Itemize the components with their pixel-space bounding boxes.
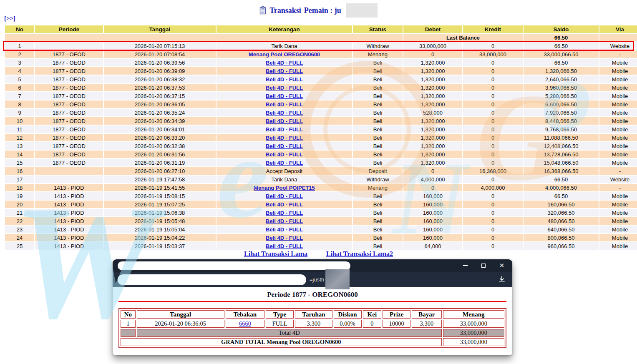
window-titlebar: ✕ (113, 259, 512, 272)
keterangan-link[interactable]: Beli 4D - FULL (266, 151, 303, 158)
bet-detail-window: ✕ =justh Periode 1877 - OREGON0600 NoTan… (113, 259, 512, 355)
status-cell: Beli (353, 59, 403, 66)
status-cell: Beli (353, 217, 403, 225)
close-button[interactable]: ✕ (499, 263, 505, 269)
keterangan-link[interactable]: Beli 4D - FULL (266, 218, 303, 224)
bet-row: 1 2026-01-20 06:36:05 6660 FULL 3,300 0.… (121, 320, 504, 328)
keterangan-link[interactable]: Beli 4D - FULL (266, 126, 303, 133)
total-row: Total 4D 33,000,000 (121, 329, 504, 337)
keterangan-link[interactable]: Menang Pool OREGON0600 (249, 51, 320, 58)
last-balance-row: Last Balance 66.50 (5, 34, 637, 41)
bet-header-row: NoTanggalTebakanTypeTaruhanDiskonKeiPriz… (121, 310, 504, 319)
url-fragment-text: =justh (310, 276, 324, 283)
status-cell: Menang (353, 50, 403, 58)
keterangan-link[interactable]: Beli 4D - FULL (266, 101, 303, 108)
table-row: 1 2026-01-20 07:15:13 Tarik Dana Withdra… (5, 42, 637, 50)
keterangan-link[interactable]: Beli 4D - FULL (266, 201, 303, 208)
column-header: Periode (35, 25, 103, 33)
bet-column-header: Taruhan (295, 310, 332, 319)
table-row: 21 1413 - PIOD 2026-01-19 15:06:38 Beli … (5, 209, 637, 216)
status-cell: Beli (353, 92, 403, 100)
minimize-button[interactable] (462, 263, 468, 269)
status-cell: Beli (353, 109, 403, 116)
bet-column-header: Diskon (334, 310, 362, 319)
keterangan-link[interactable]: Beli 4D - FULL (266, 143, 303, 149)
red-divider (118, 301, 506, 302)
footer-links: Lihat Transaksi Lama Lihat Transaksi Lam… (0, 250, 637, 258)
column-header: Kredit (463, 25, 523, 33)
keterangan-link[interactable]: Beli 4D - FULL (266, 68, 303, 74)
bet-column-header: Prize (383, 310, 410, 319)
status-cell: Beli (353, 134, 403, 141)
column-header: Status (353, 25, 403, 33)
table-row: 4 1877 - OEOD 2026-01-20 06:39:09 Beli 4… (5, 67, 637, 75)
grand-total-label: GRAND TOTAL Menang Pool OREGON0600 (121, 338, 442, 346)
total-label: Total 4D (137, 329, 442, 337)
column-header: Tanggal (104, 25, 216, 33)
table-row: 11 1877 - OEOD 2026-01-20 06:34:01 Beli … (5, 126, 637, 133)
bet-period-heading: Periode 1877 - OREGON0600 (113, 291, 512, 299)
keterangan-link[interactable]: Beli 4D - FULL (266, 76, 303, 83)
status-cell: Beli (353, 151, 403, 158)
keterangan-link[interactable]: Beli 4D - FULL (266, 118, 303, 124)
table-row: 7 1877 - OEOD 2026-01-20 06:37:15 Beli 4… (5, 92, 637, 100)
bet-column-header: Bayar (412, 310, 441, 319)
table-row: 12 1877 - OEOD 2026-01-20 06:33:20 Beli … (5, 134, 637, 141)
status-cell: Beli (353, 100, 403, 108)
grand-total-row: GRAND TOTAL Menang Pool OREGON0600 33,00… (121, 338, 504, 346)
status-cell: Beli (353, 242, 403, 250)
status-cell: Beli (353, 159, 403, 166)
table-row: 18 1413 - PIOD 2026-01-19 15:41:55 Menan… (5, 184, 637, 191)
keterangan-link[interactable]: Beli 4D - FULL (266, 226, 303, 233)
table-row: 24 1413 - PIOD 2026-01-19 15:04:22 Beli … (5, 234, 637, 241)
keterangan-link[interactable]: Beli 4D - FULL (266, 235, 303, 241)
censored-address-bar[interactable] (118, 274, 306, 285)
status-cell: Withdraw (353, 42, 403, 50)
table-row: 2 1877 - OEOD 2026-01-20 07:08:54 Menang… (5, 50, 637, 58)
table-row: 14 1877 - OEOD 2026-01-20 06:31:56 Beli … (5, 151, 637, 158)
keterangan-link[interactable]: Beli 4D - FULL (266, 243, 303, 249)
keterangan-link[interactable]: Beli 4D - FULL (266, 60, 303, 66)
column-header: Keterangan (217, 25, 352, 33)
keterangan-link[interactable]: Beli 4D - FULL (266, 193, 303, 199)
window-controls: ✕ (462, 259, 505, 272)
last-balance-label: Last Balance (403, 34, 523, 41)
keterangan-link[interactable]: Beli 4D - FULL (266, 135, 303, 141)
status-cell: Beli (353, 234, 403, 241)
status-cell: Beli (353, 75, 403, 83)
table-row: 25 1413 - PIOD 2026-01-19 15:03:37 Beli … (5, 242, 637, 250)
keterangan-link[interactable]: Menang Pool POIPET15 (254, 185, 315, 191)
tebakan-link[interactable]: 6660 (239, 320, 251, 327)
window-content: Periode 1877 - OREGON0600 NoTanggalTebak… (113, 287, 512, 355)
table-header-row: NoPeriodeTanggalKeteranganStatusDebetKre… (5, 25, 637, 33)
column-header: Saldo (524, 25, 599, 33)
table-row: 23 1413 - PIOD 2026-01-19 15:05:04 Beli … (5, 226, 637, 233)
censored-tab-title[interactable] (118, 261, 350, 270)
column-header: Via (599, 25, 637, 33)
status-cell: Withdraw (353, 176, 403, 183)
lihat-transaksi-lama2-link[interactable]: Lihat Transaksi Lama2 (326, 250, 393, 257)
status-cell: Beli (353, 126, 403, 133)
status-cell: Beli (353, 192, 403, 200)
grand-total-value: 33,000,000 (443, 338, 504, 346)
maximize-button[interactable] (481, 263, 486, 269)
keterangan-link[interactable]: Beli 4D - FULL (266, 210, 303, 216)
bet-table: NoTanggalTebakanTypeTaruhanDiskonKeiPriz… (118, 308, 506, 348)
bet-column-header: No (121, 310, 136, 319)
keterangan-link[interactable]: Beli 4D - FULL (266, 160, 303, 166)
status-cell: Beli (353, 226, 403, 233)
keterangan-link[interactable]: Beli 4D - FULL (266, 110, 303, 116)
lihat-transaksi-lama-link[interactable]: Lihat Transaksi Lama (244, 250, 307, 257)
status-cell: Beli (353, 67, 403, 75)
table-row: 15 1877 - OEOD 2026-01-20 06:31:19 Beli … (5, 159, 637, 166)
censored-url-block (325, 269, 350, 289)
transactions-table-wrap: NoPeriodeTanggalKeteranganStatusDebetKre… (4, 25, 633, 251)
transaction-page: [>>] Transaksi Pemain : ju NoPeriodeTang… (0, 0, 637, 364)
column-header: Debet (403, 25, 462, 33)
page-header: [>>] Transaksi Pemain : ju (0, 0, 637, 23)
page-title: Transaksi Pemain : ju (0, 3, 637, 18)
download-icon[interactable] (498, 276, 506, 283)
status-cell: Beli (353, 201, 403, 208)
keterangan-link[interactable]: Beli 4D - FULL (266, 85, 303, 91)
keterangan-link[interactable]: Beli 4D - FULL (266, 93, 303, 99)
